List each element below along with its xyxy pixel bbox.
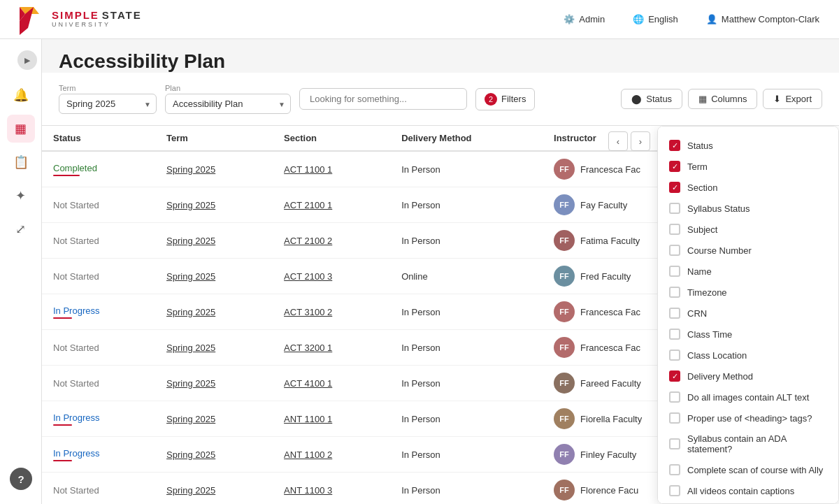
sidebar-item-analytics[interactable]: ⤢ bbox=[7, 215, 35, 243]
column-checkbox[interactable] bbox=[669, 464, 680, 475]
term-link[interactable]: Spring 2025 bbox=[166, 414, 215, 424]
term-link[interactable]: Spring 2025 bbox=[166, 378, 215, 389]
column-checkbox[interactable] bbox=[669, 412, 680, 424]
column-checkbox[interactable] bbox=[669, 224, 680, 235]
column-checkbox[interactable] bbox=[669, 161, 680, 172]
term-cell: Spring 2025 bbox=[155, 330, 273, 366]
export-button[interactable]: ⬇ Export bbox=[763, 89, 822, 109]
column-option[interactable]: Name bbox=[658, 261, 838, 282]
column-option[interactable]: Syllabus contain an ADA statement? bbox=[658, 429, 838, 459]
status-badge: In Progress bbox=[53, 303, 99, 321]
section-link[interactable]: ACT 1100 1 bbox=[284, 164, 332, 175]
section-link[interactable]: ANT 1100 2 bbox=[284, 449, 332, 460]
term-link[interactable]: Spring 2025 bbox=[166, 343, 215, 353]
column-option[interactable]: Term bbox=[658, 156, 838, 177]
column-option[interactable]: Class Time bbox=[658, 324, 838, 345]
avatar: FF bbox=[554, 408, 575, 429]
search-input[interactable] bbox=[299, 88, 467, 110]
column-checkbox[interactable] bbox=[669, 182, 680, 193]
status-icon: ⬤ bbox=[631, 94, 642, 104]
admin-button[interactable]: ⚙️ Admin bbox=[558, 11, 610, 27]
column-checkbox[interactable] bbox=[669, 329, 680, 340]
help-button[interactable]: ? bbox=[10, 468, 32, 490]
lang-icon: 🌐 bbox=[633, 14, 644, 24]
term-select[interactable]: Spring 2025 bbox=[59, 94, 157, 114]
column-checkbox[interactable] bbox=[669, 245, 680, 256]
filters-button[interactable]: 2 Filters bbox=[475, 88, 535, 110]
term-link[interactable]: Spring 2025 bbox=[166, 164, 215, 175]
column-option[interactable]: Delivery Method bbox=[658, 366, 838, 387]
sidebar-item-settings[interactable]: ✦ bbox=[7, 182, 35, 210]
status-button[interactable]: ⬤ Status bbox=[621, 89, 682, 109]
delivery-cell: In Person bbox=[390, 401, 543, 437]
section-cell: ACT 1100 1 bbox=[273, 151, 390, 187]
term-link[interactable]: Spring 2025 bbox=[166, 271, 215, 282]
column-option[interactable]: Status bbox=[658, 135, 838, 156]
filters-count-badge: 2 bbox=[485, 93, 497, 106]
section-link[interactable]: ANT 1100 3 bbox=[284, 485, 332, 496]
next-page-button[interactable]: › bbox=[631, 131, 650, 151]
column-checkbox[interactable] bbox=[669, 308, 680, 319]
term-link[interactable]: Spring 2025 bbox=[166, 307, 215, 317]
toolbar-right: ⬤ Status ▦ Columns ⬇ Export bbox=[621, 89, 822, 109]
column-option-label: Do all images contain ALT text bbox=[687, 392, 809, 403]
section-link[interactable]: ANT 1100 1 bbox=[284, 414, 332, 424]
column-option[interactable]: Do all images contain ALT text bbox=[658, 387, 838, 408]
sidebar-item-reports[interactable]: 📋 bbox=[7, 148, 35, 176]
section-link[interactable]: ACT 2100 3 bbox=[284, 271, 332, 282]
sidebar-item-notifications[interactable]: 🔔 bbox=[7, 81, 35, 109]
column-option[interactable]: Timezone bbox=[658, 282, 838, 303]
column-option[interactable]: All videos contain captions bbox=[658, 480, 838, 501]
avatar: FF bbox=[554, 301, 575, 322]
section-link[interactable]: ACT 3100 2 bbox=[284, 307, 332, 317]
term-cell: Spring 2025 bbox=[155, 294, 273, 330]
section-link[interactable]: ACT 2100 1 bbox=[284, 200, 332, 210]
plan-select[interactable]: Accessibility Plan bbox=[165, 94, 291, 114]
column-option[interactable]: Due Date bbox=[658, 501, 838, 504]
column-option[interactable]: Class Location bbox=[658, 345, 838, 366]
column-option[interactable]: CRN bbox=[658, 303, 838, 324]
columns-icon: ▦ bbox=[698, 94, 707, 104]
col-section: Section bbox=[273, 126, 390, 151]
column-checkbox[interactable] bbox=[669, 140, 680, 151]
status-badge: Not Started bbox=[53, 269, 99, 284]
column-option[interactable]: Subject bbox=[658, 219, 838, 240]
column-option[interactable]: Complete scan of course with Ally bbox=[658, 459, 838, 480]
sidebar-item-dashboard[interactable]: ▦ bbox=[7, 115, 35, 143]
sidebar-toggle[interactable]: ▶ bbox=[17, 50, 37, 70]
section-link[interactable]: ACT 4100 1 bbox=[284, 378, 332, 389]
term-link[interactable]: Spring 2025 bbox=[166, 236, 215, 246]
user-button[interactable]: 👤 Matthew Compton-Clark bbox=[701, 11, 825, 27]
column-checkbox[interactable] bbox=[669, 266, 680, 277]
col-delivery: Delivery Method bbox=[390, 126, 543, 151]
logo-icon bbox=[14, 4, 45, 35]
column-checkbox[interactable] bbox=[669, 485, 680, 496]
column-checkbox[interactable] bbox=[669, 438, 680, 449]
column-option[interactable]: Proper use of <heading> tags? bbox=[658, 408, 838, 429]
sidebar: ▶ 🔔 ▦ 📋 ✦ ⤢ 📈 bbox=[0, 39, 42, 504]
column-checkbox[interactable] bbox=[669, 203, 680, 214]
column-option-label: Class Time bbox=[687, 329, 732, 340]
column-checkbox[interactable] bbox=[669, 287, 680, 298]
term-link[interactable]: Spring 2025 bbox=[166, 200, 215, 210]
section-link[interactable]: ACT 2100 2 bbox=[284, 236, 332, 246]
column-checkbox[interactable] bbox=[669, 350, 680, 361]
avatar: FF bbox=[554, 337, 575, 358]
column-option-label: Course Number bbox=[687, 245, 752, 256]
status-badge: Not Started bbox=[53, 233, 99, 248]
language-button[interactable]: 🌐 English bbox=[627, 11, 684, 27]
prev-page-button[interactable]: ‹ bbox=[608, 131, 628, 151]
column-checkbox[interactable] bbox=[669, 370, 680, 382]
term-link[interactable]: Spring 2025 bbox=[166, 485, 215, 496]
column-option-label: Term bbox=[687, 161, 708, 172]
column-option[interactable]: Course Number bbox=[658, 240, 838, 261]
section-cell: ACT 2100 1 bbox=[273, 187, 390, 223]
column-option[interactable]: Section bbox=[658, 177, 838, 198]
column-checkbox[interactable] bbox=[669, 391, 680, 403]
section-link[interactable]: ACT 3200 1 bbox=[284, 343, 332, 353]
term-link[interactable]: Spring 2025 bbox=[166, 449, 215, 460]
toolbar: Term Spring 2025 ▼ Plan Accessibility Pl… bbox=[42, 73, 839, 126]
columns-button[interactable]: ▦ Columns bbox=[688, 89, 757, 109]
column-option[interactable]: Syllabus Status bbox=[658, 198, 838, 219]
column-option-label: Proper use of <heading> tags? bbox=[687, 413, 812, 424]
